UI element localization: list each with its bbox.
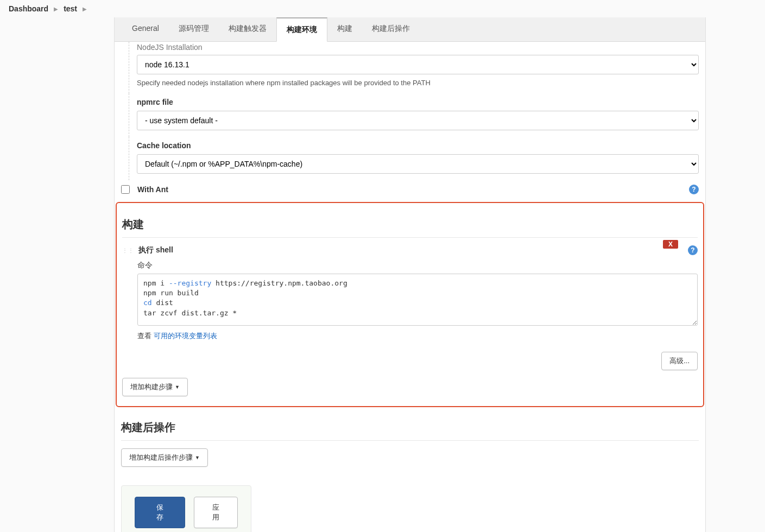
help-icon[interactable]: ?: [689, 185, 699, 194]
npmrc-select[interactable]: - use system default -: [137, 111, 699, 130]
apply-button[interactable]: 应用: [194, 497, 238, 528]
breadcrumb: Dashboard ▶ test ▶: [0, 0, 765, 17]
add-post-build-step-button[interactable]: 增加构建后操作步骤 ▼: [121, 448, 208, 467]
tab-triggers[interactable]: 构建触发器: [219, 17, 276, 41]
nodejs-installation-select[interactable]: node 16.13.1: [137, 55, 699, 74]
drag-handle-icon[interactable]: ⋮⋮: [122, 248, 134, 254]
with-ant-checkbox[interactable]: [121, 185, 130, 194]
build-section-title: 构建: [122, 212, 698, 238]
chevron-right-icon: ▶: [83, 6, 87, 12]
with-ant-label: With Ant: [137, 185, 681, 194]
save-button[interactable]: 保存: [135, 497, 185, 528]
cache-location-label: Cache location: [137, 141, 699, 150]
add-build-step-button[interactable]: 增加构建步骤 ▼: [122, 378, 188, 396]
cache-location-select[interactable]: Default (~/.npm or %APP_DATA%\npm-cache): [137, 154, 699, 174]
tab-post-build[interactable]: 构建后操作: [362, 17, 420, 41]
tab-scm[interactable]: 源码管理: [169, 17, 219, 41]
shell-command-input[interactable]: npm i --registry https://registry.npm.ta…: [137, 274, 698, 326]
npmrc-label: npmrc file: [137, 98, 699, 106]
build-section-highlight: 构建 X ⋮⋮ 执行 shell ? 命令 npm i --registry h…: [116, 202, 704, 407]
sticky-action-bar: 保存 应用: [121, 485, 251, 532]
execute-shell-block: X ⋮⋮ 执行 shell ? 命令 npm i --registry http…: [122, 240, 698, 370]
tab-build[interactable]: 构建: [327, 17, 362, 41]
nodejs-helper-text: Specify needed nodejs installation where…: [137, 79, 699, 87]
remove-step-button[interactable]: X: [663, 240, 678, 249]
chevron-right-icon: ▶: [54, 6, 58, 12]
tab-general[interactable]: General: [122, 17, 169, 41]
breadcrumb-dashboard[interactable]: Dashboard: [9, 4, 48, 13]
help-icon[interactable]: ?: [688, 245, 698, 255]
execute-shell-title: 执行 shell: [138, 245, 173, 255]
nodejs-installation-label: NodeJS Installation: [137, 43, 699, 52]
command-label: 命令: [137, 261, 698, 270]
config-form: General 源码管理 构建触发器 构建环境 构建 构建后操作 NodeJS …: [114, 17, 706, 532]
tab-build-env[interactable]: 构建环境: [276, 17, 327, 42]
post-build-section-title: 构建后操作: [121, 415, 699, 441]
env-vars-hint: 查看 可用的环境变量列表: [137, 331, 698, 341]
env-vars-link[interactable]: 可用的环境变量列表: [154, 332, 217, 340]
caret-down-icon: ▼: [175, 384, 180, 390]
advanced-button[interactable]: 高级...: [661, 352, 698, 370]
caret-down-icon: ▼: [195, 455, 200, 460]
tab-bar: General 源码管理 构建触发器 构建环境 构建 构建后操作: [115, 17, 705, 42]
breadcrumb-project[interactable]: test: [64, 4, 77, 13]
